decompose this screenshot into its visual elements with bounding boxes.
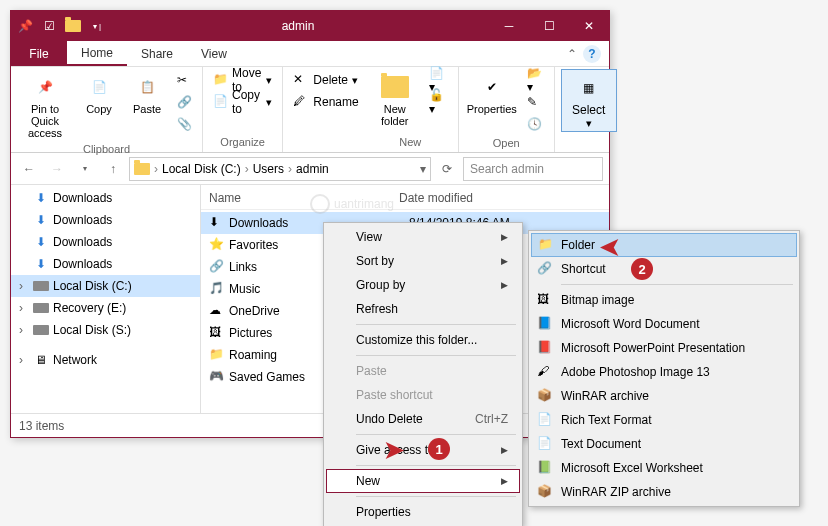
drive-icon [33,278,49,294]
paste-shortcut-button[interactable]: 📎 [173,113,196,135]
select-button[interactable]: ▦ Select▾ [561,69,617,132]
download-icon: ⬇ [33,256,49,272]
menu-refresh[interactable]: Refresh [326,297,520,321]
sidebar-item[interactable]: ⬇Downloads [11,231,200,253]
menu-give-access[interactable]: Give access to▶ [326,438,520,462]
sidebar-item[interactable]: ›Local Disk (C:) [11,275,200,297]
tab-share[interactable]: Share [127,41,187,66]
help-icon[interactable]: ? [583,45,601,63]
menu-new-word[interactable]: 📘Microsoft Word Document [531,312,797,336]
ribbon-tabs: File Home Share View ⌃ ? [11,41,609,67]
properties-button[interactable]: ✔ Properties [465,69,519,135]
column-name[interactable]: Name [209,191,399,205]
column-headers[interactable]: Name Date modified [201,185,609,210]
menu-new-xlsx[interactable]: 📗Microsoft Excel Worksheet [531,456,797,480]
menu-new-zip[interactable]: 📦WinRAR ZIP archive [531,480,797,504]
up-button[interactable]: ↑ [101,157,125,181]
qat-pin-icon[interactable]: 📌 [15,16,35,36]
menu-label: Microsoft Word Document [561,317,700,331]
download-icon: ⬇ [33,234,49,250]
menu-new-shortcut[interactable]: 🔗Shortcut [531,257,797,281]
txt-icon: 📄 [537,436,553,452]
tab-view[interactable]: View [187,41,241,66]
rename-button[interactable]: 🖉Rename [289,91,362,113]
crumb-1[interactable]: Users [253,162,284,176]
ppt-icon: 📕 [537,340,553,356]
menu-new-rtf[interactable]: 📄Rich Text Format [531,408,797,432]
copy-to-button[interactable]: 📄Copy to ▾ [209,91,276,113]
open-button[interactable]: 📂▾ [523,69,548,91]
cut-button[interactable]: ✂ [173,69,196,91]
sidebar-item-label: Recovery (E:) [53,301,126,315]
menu-new-ppt[interactable]: 📕Microsoft PowerPoint Presentation [531,336,797,360]
menu-new-psd[interactable]: 🖌Adobe Photoshop Image 13 [531,360,797,384]
sidebar-item[interactable]: ›Recovery (E:) [11,297,200,319]
qat-dropdown-icon[interactable]: ▾ | [87,16,107,36]
ribbon: 📌 Pin to Quick access 📄 Copy 📋 Paste ✂ 🔗… [11,67,609,153]
sidebar-item-label: Downloads [53,235,112,249]
search-input[interactable]: Search admin [463,157,603,181]
context-menu-main: View▶ Sort by▶ Group by▶ Refresh Customi… [323,222,523,526]
sidebar-item-network[interactable]: ›🖥Network [11,349,200,371]
column-modified[interactable]: Date modified [399,191,473,205]
menu-label: WinRAR ZIP archive [561,485,671,499]
collapse-ribbon-icon[interactable]: ⌃ [567,47,577,61]
separator [356,465,516,466]
sidebar-item[interactable]: ⬇Downloads [11,187,200,209]
paste-button[interactable]: 📋 Paste [125,69,169,141]
menu-new-rar[interactable]: 📦WinRAR archive [531,384,797,408]
separator [356,324,516,325]
cut-icon: ✂ [177,73,187,87]
qat-properties-icon[interactable]: ☑ [39,16,59,36]
menu-new-txt[interactable]: 📄Text Document [531,432,797,456]
crumb-0[interactable]: Local Disk (C:) [162,162,241,176]
menu-view[interactable]: View▶ [326,225,520,249]
easy-access-button[interactable]: 🔓▾ [425,91,452,113]
download-icon: ⬇ [209,215,225,231]
refresh-button[interactable]: ⟳ [435,157,459,181]
history-button[interactable]: 🕓 [523,113,548,135]
path-icon: 🔗 [177,95,192,109]
bmp-icon: 🖼 [537,292,553,308]
annotation-badge-1: 1 [428,438,450,460]
menu-group-by[interactable]: Group by▶ [326,273,520,297]
tab-home[interactable]: Home [67,41,127,66]
group-label: New [369,134,452,150]
menu-label: Rich Text Format [561,413,651,427]
menu-properties[interactable]: Properties [326,500,520,524]
pin-to-quick-access-button[interactable]: 📌 Pin to Quick access [17,69,73,141]
menu-sort-by[interactable]: Sort by▶ [326,249,520,273]
sidebar-item[interactable]: ⬇Downloads [11,253,200,275]
drive-icon [33,300,49,316]
crumb-2[interactable]: admin [296,162,329,176]
word-icon: 📘 [537,316,553,332]
forward-button[interactable]: → [45,157,69,181]
open-icon: 📂▾ [527,66,544,94]
tab-file[interactable]: File [11,41,67,66]
menu-customize[interactable]: Customize this folder... [326,328,520,352]
recent-button[interactable]: ▾ [73,157,97,181]
copy-path-button[interactable]: 🔗 [173,91,196,113]
menu-new[interactable]: New▶ [326,469,520,493]
download-icon: ⬇ [33,212,49,228]
menu-undo-delete[interactable]: Undo DeleteCtrl+Z [326,407,520,431]
copy-button[interactable]: 📄 Copy [77,69,121,141]
breadcrumb[interactable]: › Local Disk (C:)› Users› admin ▾ [129,157,431,181]
close-button[interactable]: ✕ [569,11,609,41]
edit-button[interactable]: ✎ [523,91,548,113]
minimize-button[interactable]: ─ [489,11,529,41]
group-label: Organize [209,134,276,150]
sidebar-item[interactable]: ›Local Disk (S:) [11,319,200,341]
maximize-button[interactable]: ☐ [529,11,569,41]
annotation-arrow-1: ➤ [384,436,404,464]
history-icon: 🕓 [527,117,542,131]
sidebar-item[interactable]: ⬇Downloads [11,209,200,231]
menu-new-folder[interactable]: 📁Folder [531,233,797,257]
access-icon: 🔓▾ [429,88,448,116]
zip-icon: 📦 [537,484,553,500]
back-button[interactable]: ← [17,157,41,181]
menu-new-bmp[interactable]: 🖼Bitmap image [531,288,797,312]
pin-icon: 📌 [29,71,61,103]
new-folder-button[interactable]: New folder [369,69,421,129]
delete-button[interactable]: ✕Delete ▾ [289,69,362,91]
